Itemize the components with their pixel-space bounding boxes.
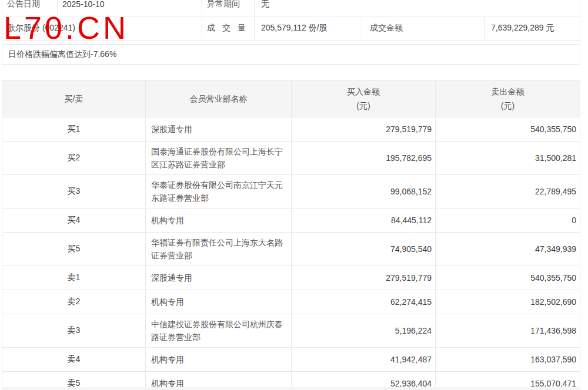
- row-side: 卖3: [2, 314, 146, 347]
- row-side: 买5: [2, 233, 146, 265]
- table-row: 买5 华福证券有限责任公司上海东大名路证券营业部 74,905,540 47,3…: [2, 233, 580, 266]
- info-row-announce: 公告日期 2025-10-10 异常期间 无: [2, 0, 580, 16]
- row-branch-name: 深股通专用: [146, 266, 292, 290]
- row-side: 卖4: [2, 348, 146, 371]
- header-buy-sell-label: 买/卖: [65, 92, 83, 106]
- announce-date-value: 2025-10-10: [58, 0, 202, 16]
- row-sell-amount: 540,355,750: [436, 117, 580, 141]
- table-row: 买4 机构专用 84,445,112 0: [2, 209, 580, 233]
- table-row: 买1 深股通专用 279,519,779 540,355,750: [2, 117, 580, 142]
- table-header-row: 买/卖 会员营业部名称 买入金额 (元) 卖出金额 (元): [2, 80, 580, 117]
- stock-name: 歌尔股份 (002241): [2, 16, 202, 40]
- row-branch-name: 机构专用: [146, 290, 292, 314]
- row-branch-name: 机构专用: [146, 348, 292, 371]
- row-branch-name: 中信建投证券股份有限公司杭州庆春路证券营业部: [146, 314, 292, 347]
- header-branch-label: 会员营业部名称: [190, 92, 248, 106]
- table-row: 买2 国泰海通证券股份有限公司上海长宁区江苏路证券营业部 195,782,695…: [2, 142, 580, 175]
- row-side: 买4: [2, 209, 146, 232]
- row-side: 卖2: [2, 290, 146, 314]
- row-buy-amount: 5,196,224: [292, 314, 436, 347]
- row-buy-amount: 279,519,779: [292, 266, 436, 290]
- next-section-strip: [2, 387, 580, 390]
- abnormal-period-label: 异常期间: [202, 0, 255, 16]
- header-branch-name: 会员营业部名称: [146, 80, 292, 117]
- row-buy-amount: 41,942,487: [292, 348, 436, 371]
- table-row: 卖4 机构专用 41,942,487 163,037,590: [2, 348, 580, 372]
- row-side: 卖1: [2, 266, 146, 290]
- header-sell-amount: 卖出金额 (元): [436, 80, 580, 117]
- row-sell-amount: 0: [436, 209, 580, 232]
- row-buy-amount: 74,905,540: [292, 233, 436, 265]
- row-sell-amount: 47,349,939: [436, 233, 580, 265]
- row-side: 买1: [2, 117, 146, 141]
- header-buy-sell: 买/卖: [2, 80, 146, 117]
- row-sell-amount: 171,436,598: [436, 314, 580, 347]
- header-buy-amount-unit: (元): [356, 99, 370, 113]
- row-branch-name: 国泰海通证券股份有限公司上海长宁区江苏路证券营业部: [146, 142, 292, 174]
- row-buy-amount: 279,519,779: [292, 117, 436, 141]
- row-branch-name: 机构专用: [146, 209, 292, 232]
- row-sell-amount: 31,500,281: [436, 142, 580, 174]
- table-row: 卖3 中信建投证券股份有限公司杭州庆春路证券营业部 5,196,224 171,…: [2, 314, 580, 348]
- header-buy-amount: 买入金额 (元): [292, 80, 436, 117]
- row-buy-amount: 99,068,152: [292, 175, 436, 208]
- row-branch-name: 华泰证券股份有限公司南京江宁天元东路证券营业部: [146, 175, 292, 208]
- abnormal-period-value: 无: [255, 0, 580, 16]
- amount-value: 7,639,229,289 元: [485, 16, 580, 40]
- announce-date-label: 公告日期: [2, 0, 58, 16]
- row-buy-amount: 195,782,695: [292, 142, 436, 174]
- header-sell-amount-unit: (元): [501, 99, 514, 113]
- table-row: 卖2 机构专用 62,274,415 182,502,690: [2, 290, 580, 314]
- row-side: 买2: [2, 142, 146, 174]
- row-branch-name: 华福证券有限责任公司上海东大名路证券营业部: [146, 233, 292, 265]
- row-buy-amount: 62,274,415: [292, 290, 436, 314]
- volume-label-cell: 成交量: [202, 16, 255, 40]
- stock-info-table: 公告日期 2025-10-10 异常期间 无 歌尔股份 (002241) 成交量…: [2, 0, 580, 41]
- row-branch-name: 深股通专用: [146, 117, 292, 141]
- volume-label: 成交量: [207, 23, 246, 33]
- volume-value: 205,579,112 份/股: [255, 16, 362, 40]
- row-sell-amount: 163,037,590: [436, 348, 580, 371]
- row-buy-amount: 84,445,112: [292, 209, 436, 232]
- row-sell-amount: 182,502,690: [436, 290, 580, 314]
- amount-label: 成交金额: [362, 16, 485, 40]
- row-sell-amount: 22,789,495: [436, 175, 580, 208]
- info-row-stock: 歌尔股份 (002241) 成交量 205,579,112 份/股 成交金额 7…: [2, 16, 580, 40]
- price-deviation-notice: 日价格跌幅偏离值达到-7.66%: [2, 44, 580, 65]
- row-side: 买3: [2, 175, 146, 208]
- row-sell-amount: 540,355,750: [436, 266, 580, 290]
- header-buy-amount-label: 买入金额: [347, 85, 380, 99]
- header-sell-amount-label: 卖出金额: [492, 85, 524, 99]
- broker-seats-table: 买/卖 会员营业部名称 买入金额 (元) 卖出金额 (元) 买1 深股通专用 2…: [2, 80, 580, 390]
- table-body: 买1 深股通专用 279,519,779 540,355,750 买2 国泰海通…: [2, 117, 580, 390]
- table-row: 卖1 深股通专用 279,519,779 540,355,750: [2, 266, 580, 290]
- table-row: 买3 华泰证券股份有限公司南京江宁天元东路证券营业部 99,068,152 22…: [2, 175, 580, 209]
